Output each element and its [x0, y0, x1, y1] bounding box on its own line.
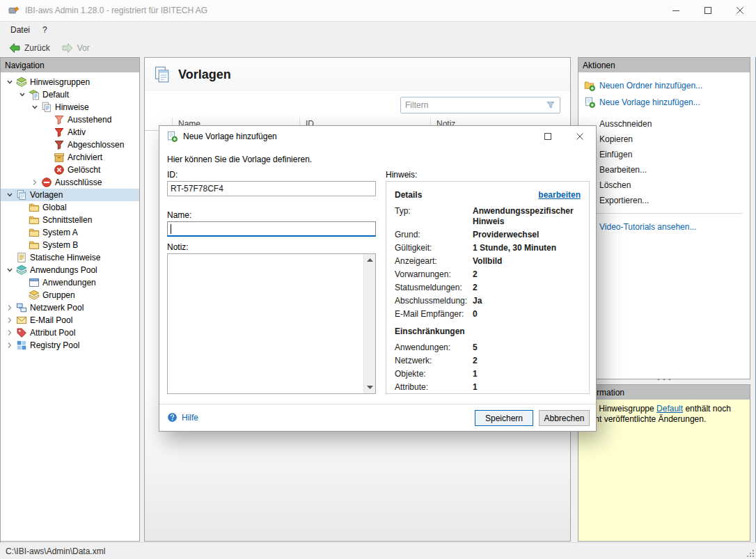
- attribute-pool-icon: [16, 327, 27, 338]
- action-video-tutorials-ansehen[interactable]: Video-Tutorials ansehen...: [578, 219, 750, 235]
- tree-item-system-a[interactable]: System A: [1, 226, 139, 239]
- name-input[interactable]: [167, 221, 376, 237]
- tree-item-system-b[interactable]: System B: [1, 239, 139, 251]
- chevron-collapsed-icon[interactable]: [3, 339, 16, 352]
- tree-item-anwendungen[interactable]: Anwendungen: [1, 276, 139, 289]
- detail-row-label: Gültigkeit:: [395, 243, 473, 253]
- chevron-collapsed-icon[interactable]: [29, 176, 41, 189]
- filter-icon[interactable]: [546, 100, 556, 110]
- tree-item-label: Vorlagen: [30, 190, 63, 200]
- tree-item-anwendungs-pool[interactable]: Anwendungs Pool: [1, 264, 139, 276]
- notiz-textarea[interactable]: [167, 253, 376, 394]
- tree-item-netzwerk-pool[interactable]: Netzwerk Pool: [1, 301, 139, 314]
- tree-item-label: Hinweise: [55, 102, 89, 112]
- detail-row-abschlussmeldung: Abschlussmeldung:Ja: [395, 296, 581, 306]
- detail-row-value: 1: [473, 382, 581, 393]
- chevron-expanded-icon[interactable]: [16, 88, 29, 101]
- tree-item-label: Global: [42, 203, 67, 212]
- action-bearbeiten[interactable]: Bearbeiten...: [578, 162, 750, 178]
- splitter-grip[interactable]: [578, 378, 750, 381]
- tree-item-e-mail-pool[interactable]: E-Mail Pool: [1, 314, 139, 326]
- minimize-button[interactable]: [660, 0, 692, 22]
- tree-item-hinweisgruppen[interactable]: Hinweisgruppen: [1, 76, 139, 88]
- detail-row-value: 5: [473, 343, 581, 353]
- detail-row-e-mail-empf-nger: E-Mail Empfänger:0: [395, 309, 581, 320]
- forward-button[interactable]: Vor: [56, 41, 95, 55]
- tree-item-default[interactable]: Default: [1, 88, 139, 101]
- scroll-up-button[interactable]: [364, 254, 376, 266]
- id-input[interactable]: [167, 181, 376, 196]
- action-kopieren[interactable]: Kopieren: [578, 132, 750, 147]
- action-einf-gen[interactable]: Einfügen: [578, 147, 750, 162]
- default-group-link[interactable]: Default: [656, 404, 683, 414]
- detail-row-value: 1 Stunde, 30 Minuten: [473, 243, 581, 253]
- tree-item-ausschl-sse[interactable]: Ausschlüsse: [1, 176, 139, 189]
- action-exportieren[interactable]: Exportieren...: [578, 193, 750, 208]
- tree-item-statische-hinweise[interactable]: Statische Hinweise: [1, 251, 139, 264]
- tree-item-aktiv[interactable]: Aktiv: [1, 126, 139, 139]
- edit-details-link[interactable]: bearbeiten: [538, 190, 581, 200]
- tree-item-archiviert[interactable]: Archiviert: [1, 151, 139, 164]
- folder-icon: [29, 239, 40, 251]
- chevron-collapsed-icon[interactable]: [3, 314, 16, 326]
- detail-row-label: Objekte:: [395, 369, 473, 379]
- dialog-maximize-button[interactable]: [532, 126, 564, 147]
- tree-item-label: Hinweisgruppen: [30, 77, 90, 87]
- chevron-collapsed-icon[interactable]: [3, 326, 16, 339]
- tree-item-registry-pool[interactable]: Registry Pool: [1, 339, 139, 352]
- tree-item-label: Anwendungen: [42, 278, 96, 288]
- chevron-expanded-icon[interactable]: [3, 189, 16, 201]
- resize-grip[interactable]: [746, 549, 755, 558]
- hints-icon: [41, 102, 52, 113]
- chevron-expanded-icon[interactable]: [3, 264, 16, 276]
- action-ausschneiden[interactable]: Ausschneiden: [578, 116, 750, 132]
- close-button[interactable]: [724, 0, 756, 22]
- cancel-button[interactable]: Abbrechen: [539, 410, 590, 426]
- tree-item-vorlagen[interactable]: Vorlagen: [1, 189, 139, 201]
- filter-input[interactable]: [401, 100, 546, 110]
- filter-box: [400, 97, 560, 113]
- chevron-spacer: [16, 214, 29, 226]
- tree-item-schnittstellen[interactable]: Schnittstellen: [1, 214, 139, 226]
- tree-item-attribut-pool[interactable]: Attribut Pool: [1, 326, 139, 339]
- detail-row-value: Anwendungsspezifischer Hinweis: [473, 206, 581, 227]
- folder-icon: [29, 227, 40, 238]
- menubar: Datei?: [0, 22, 756, 38]
- chevron-spacer: [16, 239, 29, 251]
- name-label: Name:: [167, 210, 191, 220]
- archived-icon: [54, 152, 65, 163]
- tree-item-abgeschlossen[interactable]: Abgeschlossen: [1, 139, 139, 151]
- scroll-down-button[interactable]: [364, 381, 376, 393]
- help-link-label: Hilfe: [182, 413, 198, 423]
- chevron-collapsed-icon[interactable]: [3, 301, 16, 314]
- detail-row-label: Anzeigeart:: [395, 256, 473, 267]
- action-neue-vorlage-hinzuf-gen[interactable]: Neue Vorlage hinzufügen...: [578, 94, 750, 111]
- back-button[interactable]: Zurück: [3, 41, 55, 55]
- applications-icon: [29, 277, 40, 288]
- tree-item-ausstehend[interactable]: Ausstehend: [1, 113, 139, 126]
- tree-item-gel-scht[interactable]: Gelöscht: [1, 164, 139, 176]
- new-folder-icon: [584, 80, 595, 91]
- action-neuen-ordner-hinzuf-gen[interactable]: Neuen Ordner hinzufügen...: [578, 77, 750, 94]
- chevron-expanded-icon[interactable]: [3, 76, 16, 88]
- help-link[interactable]: Hilfe: [167, 412, 198, 423]
- action-item-label: Video-Tutorials ansehen...: [599, 222, 696, 232]
- dialog-close-button[interactable]: [564, 126, 596, 147]
- menu-item-item[interactable]: ?: [36, 23, 54, 37]
- maximize-icon: [704, 7, 711, 14]
- email-pool-icon: [16, 315, 27, 326]
- tree-item-hinweise[interactable]: Hinweise: [1, 101, 139, 113]
- chevron-expanded-icon[interactable]: [29, 101, 41, 113]
- action-l-schen[interactable]: Löschen: [578, 178, 750, 193]
- maximize-button[interactable]: [692, 0, 724, 22]
- menu-item-datei[interactable]: Datei: [4, 23, 36, 37]
- chevron-spacer: [3, 251, 16, 264]
- actions-list: Neuen Ordner hinzufügen...Neue Vorlage h…: [578, 72, 750, 235]
- tree-item-gruppen[interactable]: Gruppen: [1, 289, 139, 301]
- tree-item-label: Gelöscht: [68, 165, 100, 175]
- save-button[interactable]: Speichern: [475, 410, 533, 426]
- dialog-maximize-icon: [544, 133, 551, 140]
- dialog-close-icon: [576, 133, 583, 140]
- notiz-scrollbar[interactable]: [363, 254, 375, 393]
- tree-item-global[interactable]: Global: [1, 201, 139, 214]
